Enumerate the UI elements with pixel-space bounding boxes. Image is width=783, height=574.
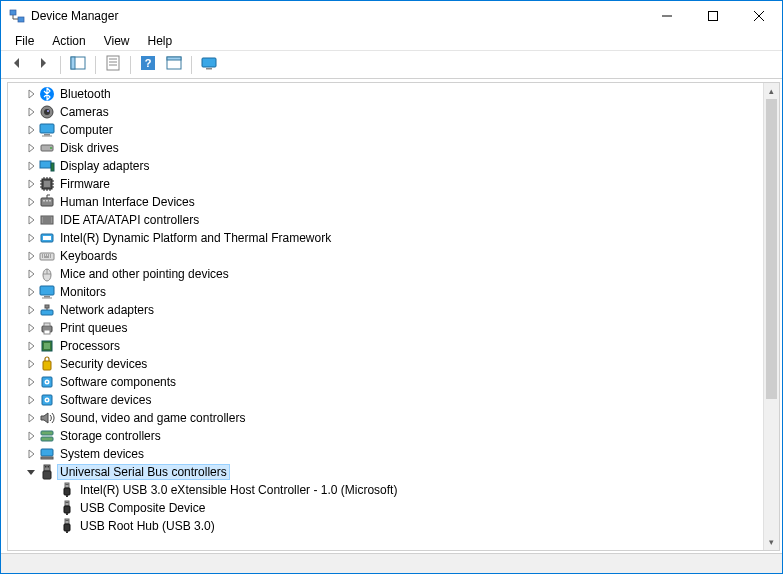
- scroll-up-button[interactable]: ▴: [764, 83, 779, 99]
- ide-icon: [39, 212, 55, 228]
- chevron-right-icon[interactable]: [24, 357, 38, 371]
- hid-icon: [39, 194, 55, 210]
- software-icon: [39, 374, 55, 390]
- display-adapter-icon: [39, 158, 55, 174]
- menubar: File Action View Help: [1, 31, 782, 51]
- menu-view[interactable]: View: [96, 33, 138, 49]
- tree-node-intel-r-dynamic-platform-and-thermal-framework[interactable]: Intel(R) Dynamic Platform and Thermal Fr…: [8, 229, 763, 247]
- chevron-right-icon[interactable]: [24, 177, 38, 191]
- chevron-right-icon[interactable]: [24, 195, 38, 209]
- tree-node-monitors[interactable]: Monitors: [8, 283, 763, 301]
- tree-node-processors[interactable]: Processors: [8, 337, 763, 355]
- chevron-right-icon[interactable]: [24, 447, 38, 461]
- chevron-right-icon[interactable]: [24, 213, 38, 227]
- chevron-right-icon[interactable]: [24, 339, 38, 353]
- chevron-right-icon[interactable]: [24, 231, 38, 245]
- scan-icon: [201, 55, 217, 74]
- device-tree[interactable]: BluetoothCamerasComputerDisk drivesDispl…: [8, 83, 763, 550]
- vertical-scrollbar[interactable]: ▴ ▾: [763, 83, 779, 550]
- tree-node-universal-serial-bus-controllers[interactable]: Universal Serial Bus controllers: [8, 463, 763, 481]
- svg-rect-9: [167, 57, 181, 60]
- chevron-right-icon[interactable]: [24, 123, 38, 137]
- tree-node-intel-r-usb-3-0-extensible-host-controller-1-0-microsoft[interactable]: Intel(R) USB 3.0 eXtensible Host Control…: [8, 481, 763, 499]
- tree-node-software-devices[interactable]: Software devices: [8, 391, 763, 409]
- forward-button[interactable]: [31, 54, 55, 76]
- tree-node-storage-controllers[interactable]: Storage controllers: [8, 427, 763, 445]
- tree-node-software-components[interactable]: Software components: [8, 373, 763, 391]
- show-hidden-button[interactable]: [162, 54, 186, 76]
- chevron-right-icon[interactable]: [24, 249, 38, 263]
- tree-node-print-queues[interactable]: Print queues: [8, 319, 763, 337]
- tree-node-usb-root-hub-usb-3-0[interactable]: USB Root Hub (USB 3.0): [8, 517, 763, 535]
- tree-node-disk-drives[interactable]: Disk drives: [8, 139, 763, 157]
- tree-node-sound-video-and-game-controllers[interactable]: Sound, video and game controllers: [8, 409, 763, 427]
- tree-node-label: Storage controllers: [58, 429, 163, 443]
- tree-node-cameras[interactable]: Cameras: [8, 103, 763, 121]
- arrow-right-icon: [35, 55, 51, 74]
- menu-help[interactable]: Help: [140, 33, 181, 49]
- menu-action[interactable]: Action: [44, 33, 93, 49]
- tree-node-label: Security devices: [58, 357, 149, 371]
- tree-node-human-interface-devices[interactable]: Human Interface Devices: [8, 193, 763, 211]
- back-button[interactable]: [5, 54, 29, 76]
- toolbar: ?: [1, 51, 782, 79]
- chevron-right-icon[interactable]: [24, 267, 38, 281]
- toolbar-separator: [95, 56, 96, 74]
- chevron-right-icon[interactable]: [24, 141, 38, 155]
- chevron-right-icon[interactable]: [24, 393, 38, 407]
- tree-node-security-devices[interactable]: Security devices: [8, 355, 763, 373]
- tree-node-label: Processors: [58, 339, 122, 353]
- tree-node-label: Bluetooth: [58, 87, 113, 101]
- chevron-right-icon[interactable]: [24, 321, 38, 335]
- close-button[interactable]: [736, 1, 782, 31]
- scroll-track[interactable]: [764, 99, 779, 534]
- tree-node-ide-ata-atapi-controllers[interactable]: IDE ATA/ATAPI controllers: [8, 211, 763, 229]
- svg-rect-5: [107, 56, 119, 70]
- expander-placeholder: [44, 483, 58, 497]
- menu-file[interactable]: File: [7, 33, 42, 49]
- tree-node-keyboards[interactable]: Keyboards: [8, 247, 763, 265]
- scan-button[interactable]: [197, 54, 221, 76]
- tree-node-label: USB Composite Device: [78, 501, 207, 515]
- tree-node-label: Disk drives: [58, 141, 121, 155]
- svg-rect-2: [709, 12, 718, 21]
- chevron-right-icon[interactable]: [24, 303, 38, 317]
- chevron-right-icon[interactable]: [24, 87, 38, 101]
- properties-button[interactable]: [101, 54, 125, 76]
- tree-node-usb-composite-device[interactable]: USB Composite Device: [8, 499, 763, 517]
- help-button[interactable]: ?: [136, 54, 160, 76]
- mouse-icon: [39, 266, 55, 282]
- chevron-right-icon[interactable]: [24, 375, 38, 389]
- svg-rect-1: [18, 17, 24, 22]
- tree-node-label: Sound, video and game controllers: [58, 411, 247, 425]
- chevron-down-icon[interactable]: [24, 465, 38, 479]
- tree-node-mice-and-other-pointing-devices[interactable]: Mice and other pointing devices: [8, 265, 763, 283]
- toolbar-separator: [191, 56, 192, 74]
- network-icon: [39, 302, 55, 318]
- security-icon: [39, 356, 55, 372]
- cpu-icon: [39, 338, 55, 354]
- scroll-thumb[interactable]: [766, 99, 777, 399]
- toolbar-separator: [60, 56, 61, 74]
- tree-node-computer[interactable]: Computer: [8, 121, 763, 139]
- tree-node-display-adapters[interactable]: Display adapters: [8, 157, 763, 175]
- scroll-down-button[interactable]: ▾: [764, 534, 779, 550]
- tree-node-label: Keyboards: [58, 249, 119, 263]
- software-icon: [39, 392, 55, 408]
- tree-node-bluetooth[interactable]: Bluetooth: [8, 85, 763, 103]
- svg-rect-0: [10, 10, 16, 15]
- tree-node-network-adapters[interactable]: Network adapters: [8, 301, 763, 319]
- chevron-right-icon[interactable]: [24, 411, 38, 425]
- minimize-button[interactable]: [644, 1, 690, 31]
- chevron-right-icon[interactable]: [24, 429, 38, 443]
- tree-node-label: Display adapters: [58, 159, 151, 173]
- properties-icon: [105, 55, 121, 74]
- tree-node-system-devices[interactable]: System devices: [8, 445, 763, 463]
- chevron-right-icon[interactable]: [24, 105, 38, 119]
- show-hide-tree-button[interactable]: [66, 54, 90, 76]
- chevron-right-icon[interactable]: [24, 285, 38, 299]
- tree-node-firmware[interactable]: Firmware: [8, 175, 763, 193]
- svg-rect-4: [71, 57, 75, 69]
- maximize-button[interactable]: [690, 1, 736, 31]
- chevron-right-icon[interactable]: [24, 159, 38, 173]
